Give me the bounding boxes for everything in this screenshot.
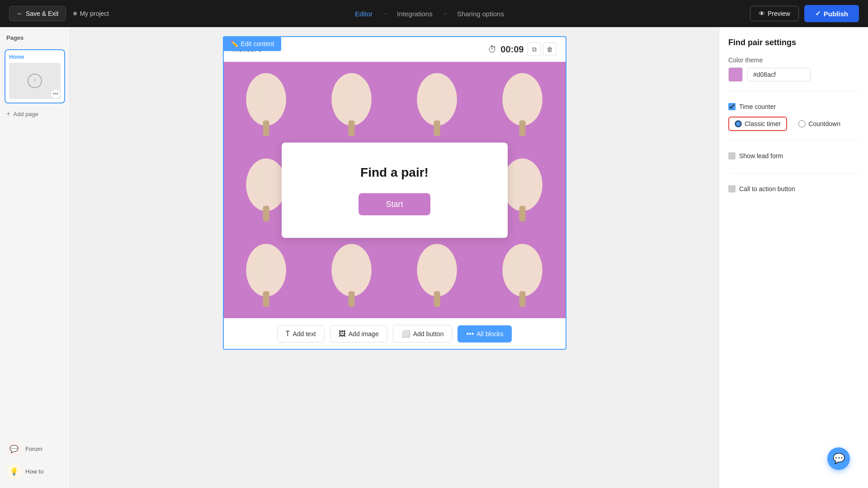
countdown-label: Countdown bbox=[808, 120, 840, 127]
timer-icon: ⏱ bbox=[488, 44, 497, 55]
color-theme-setting: Color theme bbox=[728, 56, 859, 82]
edit-content-label: Edit content bbox=[241, 40, 274, 47]
nav-center: Editor → Integrations → Sharing options bbox=[109, 10, 750, 18]
game-card-12[interactable] bbox=[480, 233, 566, 318]
game-card-2[interactable] bbox=[309, 62, 395, 147]
howto-item[interactable]: 💡 How to bbox=[5, 462, 65, 481]
add-image-label: Add image bbox=[349, 330, 379, 338]
svg-point-7 bbox=[425, 81, 436, 113]
page-thumb-icon: ↑ bbox=[28, 74, 42, 88]
svg-point-15 bbox=[503, 159, 542, 211]
arrow-left-icon: ← bbox=[17, 10, 23, 17]
game-card-4[interactable] bbox=[480, 62, 566, 147]
checkmark-icon: ✓ bbox=[815, 9, 821, 18]
save-exit-button[interactable]: ← Save & Exit bbox=[9, 6, 66, 21]
show-lead-form-setting: Show lead form bbox=[728, 148, 859, 164]
canvas-bottom-toolbar: T Add text 🖼 Add image ⬜ Add button ••• … bbox=[224, 318, 566, 349]
svg-point-3 bbox=[332, 73, 372, 126]
button-icon: ⬜ bbox=[401, 329, 410, 338]
preview-button[interactable]: 👁 Preview bbox=[750, 6, 799, 21]
publish-label: Publish bbox=[824, 10, 848, 18]
time-counter-setting: Time counter Classic timer Countdown bbox=[728, 99, 859, 131]
pencil-icon: ✏️ bbox=[231, 40, 238, 47]
eye-icon: 👁 bbox=[759, 10, 765, 17]
countdown-radio[interactable] bbox=[798, 120, 806, 127]
text-icon: T bbox=[286, 330, 290, 338]
svg-rect-17 bbox=[519, 206, 526, 221]
game-card-10[interactable] bbox=[309, 233, 395, 318]
start-button-label: Start bbox=[386, 199, 403, 208]
nav-sharing-link[interactable]: Sharing options bbox=[457, 10, 504, 18]
call-to-action-label: Call to action button bbox=[739, 185, 795, 192]
plus-icon: + bbox=[6, 110, 10, 118]
call-to-action-setting: Call to action button bbox=[728, 181, 859, 197]
canvas-toolbar: ✏️ Edit content bbox=[223, 37, 282, 51]
chat-fab-button[interactable]: 💬 bbox=[827, 447, 850, 470]
all-blocks-label: All blocks bbox=[476, 330, 503, 338]
forum-icon: 💬 bbox=[6, 441, 22, 456]
classic-timer-option[interactable]: Classic timer bbox=[728, 117, 787, 131]
save-exit-label: Save & Exit bbox=[26, 10, 58, 17]
game-card-9[interactable] bbox=[224, 233, 309, 318]
countdown-option[interactable]: Countdown bbox=[793, 117, 846, 131]
svg-rect-5 bbox=[349, 120, 355, 136]
svg-point-21 bbox=[332, 244, 372, 296]
show-lead-form-checkbox[interactable] bbox=[728, 152, 736, 160]
sidebar-bottom: 💬 Forum 💡 How to bbox=[5, 439, 65, 481]
page-more-button[interactable]: ••• bbox=[51, 89, 61, 99]
game-card-1[interactable] bbox=[224, 62, 309, 147]
add-page-button[interactable]: + Add page bbox=[5, 108, 65, 120]
color-input[interactable] bbox=[747, 68, 811, 81]
game-overlay-title: Find a pair! bbox=[318, 165, 472, 179]
forum-item[interactable]: 💬 Forum bbox=[5, 439, 65, 458]
edit-content-button[interactable]: ✏️ Edit content bbox=[223, 37, 282, 51]
publish-button[interactable]: ✓ Publish bbox=[804, 5, 859, 22]
svg-rect-11 bbox=[519, 120, 526, 136]
color-swatch[interactable] bbox=[728, 67, 743, 82]
show-lead-form-label: Show lead form bbox=[739, 152, 783, 160]
chat-icon: 💬 bbox=[833, 453, 845, 465]
svg-point-4 bbox=[340, 81, 350, 113]
right-panel: Find pair settings Color theme Time coun… bbox=[719, 27, 868, 488]
svg-rect-20 bbox=[263, 291, 269, 307]
preview-label: Preview bbox=[768, 10, 790, 17]
add-text-label: Add text bbox=[292, 330, 316, 338]
svg-point-18 bbox=[246, 244, 286, 296]
color-theme-label: Color theme bbox=[728, 56, 859, 64]
time-counter-label: Time counter bbox=[739, 103, 776, 110]
classic-timer-radio[interactable] bbox=[735, 120, 742, 127]
nav-editor-link[interactable]: Editor bbox=[355, 10, 373, 18]
all-blocks-button[interactable]: ••• All blocks bbox=[458, 325, 512, 343]
panel-title: Find pair settings bbox=[728, 38, 859, 47]
divider-1 bbox=[728, 91, 859, 91]
svg-point-28 bbox=[511, 252, 521, 283]
call-to-action-checkbox[interactable] bbox=[728, 185, 736, 192]
add-button-button[interactable]: ⬜ Add button bbox=[393, 325, 453, 343]
divider-2 bbox=[728, 140, 859, 141]
time-counter-row: Time counter bbox=[728, 99, 859, 115]
time-counter-checkbox[interactable] bbox=[728, 103, 736, 110]
timer-value: 00:09 bbox=[500, 44, 524, 55]
call-to-action-row: Call to action button bbox=[728, 181, 859, 197]
nav-integrations-link[interactable]: Integrations bbox=[397, 10, 432, 18]
left-sidebar: Pages Home ↑ ••• + Add page 💬 Forum 💡 Ho… bbox=[0, 27, 70, 488]
color-row bbox=[728, 67, 859, 82]
delete-timer-button[interactable]: 🗑 bbox=[543, 42, 557, 56]
canvas-area: ✏️ Edit content Moves: 0 ⏱ 00:09 ⧉ 🗑 bbox=[70, 27, 719, 488]
forum-label: Forum bbox=[25, 446, 42, 452]
start-button[interactable]: Start bbox=[359, 193, 430, 215]
svg-point-19 bbox=[255, 252, 265, 283]
svg-point-22 bbox=[340, 252, 350, 283]
home-page-thumbnail[interactable]: Home ↑ ••• bbox=[5, 49, 65, 103]
classic-timer-label: Classic timer bbox=[745, 120, 781, 127]
game-card-11[interactable] bbox=[395, 233, 480, 318]
add-text-button[interactable]: T Add text bbox=[277, 325, 325, 343]
nav-arrow-1: → bbox=[382, 10, 388, 17]
svg-point-9 bbox=[503, 73, 542, 126]
add-image-button[interactable]: 🖼 Add image bbox=[330, 325, 387, 343]
nav-sharing-label: Sharing options bbox=[457, 10, 504, 18]
top-navigation: ← Save & Exit My project Editor → Integr… bbox=[0, 0, 868, 27]
nav-integrations-label: Integrations bbox=[397, 10, 432, 18]
copy-timer-button[interactable]: ⧉ bbox=[528, 42, 541, 56]
game-card-3[interactable] bbox=[395, 62, 480, 147]
